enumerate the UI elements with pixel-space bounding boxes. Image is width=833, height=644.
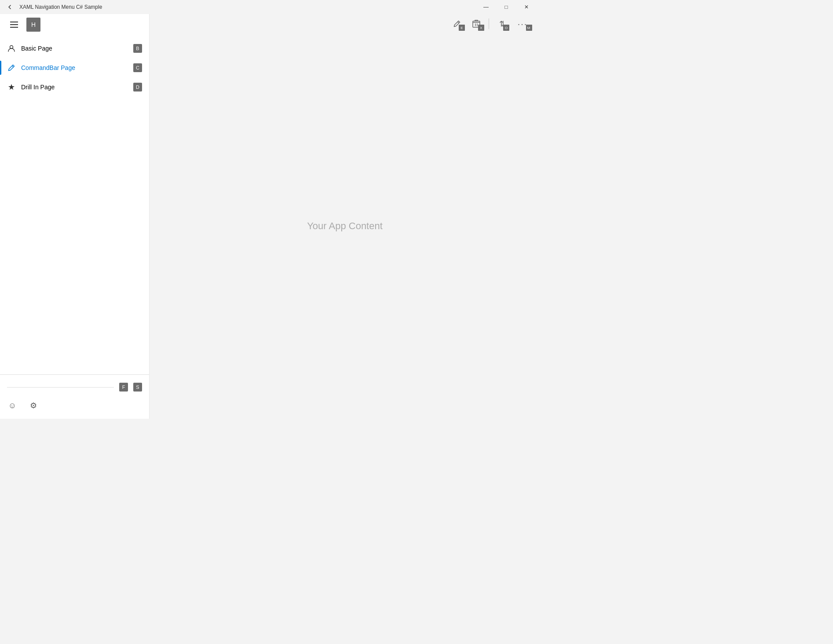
command-bar: E X O [150, 14, 540, 33]
close-button[interactable]: ✕ [516, 0, 537, 14]
edit-badge: E [459, 25, 465, 31]
commandbar-page-label: CommandBar Page [21, 64, 128, 71]
basic-page-badge: B [133, 44, 142, 53]
placeholder-text: Your App Content [307, 220, 383, 232]
sidebar-header: H [0, 14, 149, 35]
gear-icon[interactable]: ⚙ [28, 400, 39, 411]
delete-button[interactable]: X [468, 16, 485, 32]
sidebar-footer: F S ☺ ⚙ [0, 374, 149, 419]
back-button[interactable] [4, 1, 16, 13]
sidebar: H Basic Page B [0, 14, 150, 419]
drillin-page-label: Drill In Page [21, 84, 128, 91]
footer-icons-row: ☺ ⚙ [0, 396, 149, 415]
sort-button[interactable]: O [493, 16, 510, 32]
commandbar-page-badge: C [133, 63, 142, 72]
sort-badge: O [503, 25, 509, 31]
content-body: Your App Content [150, 33, 540, 419]
drillin-page-badge: D [133, 83, 142, 91]
sidebar-item-commandbar-page[interactable]: CommandBar Page C [0, 58, 149, 77]
hamburger-line-3 [10, 27, 18, 28]
app-body: H Basic Page B [0, 14, 540, 419]
content-area: E X O [150, 14, 540, 419]
cmd-separator [489, 18, 489, 29]
avatar: H [26, 18, 40, 32]
nav-items: Basic Page B CommandBar Page C [0, 35, 149, 374]
minimize-button[interactable]: — [476, 0, 496, 14]
footer-divider-line [7, 387, 114, 388]
more-button[interactable]: ··· M [512, 16, 533, 32]
sidebar-item-basic-page[interactable]: Basic Page B [0, 39, 149, 58]
sidebar-footer-badges-row: F S [0, 378, 149, 396]
sidebar-item-drillin-page[interactable]: Drill In Page D [0, 77, 149, 97]
hamburger-button[interactable] [7, 18, 21, 32]
footer-badge-f: F [119, 383, 128, 392]
edit-icon [7, 63, 16, 72]
edit-button[interactable]: E [448, 16, 466, 32]
hamburger-line-2 [10, 24, 18, 25]
maximize-button[interactable]: □ [496, 0, 516, 14]
window-title: XAML Navigation Menu C# Sample [19, 4, 476, 10]
more-badge: M [526, 25, 532, 31]
titlebar: XAML Navigation Menu C# Sample — □ ✕ [0, 0, 540, 14]
delete-badge: X [478, 25, 484, 31]
window-controls: — □ ✕ [476, 0, 537, 14]
person-icon [7, 44, 16, 53]
basic-page-label: Basic Page [21, 45, 128, 52]
footer-badge-s: S [133, 383, 142, 392]
star-icon [7, 83, 16, 91]
hamburger-line-1 [10, 22, 18, 22]
smiley-icon[interactable]: ☺ [7, 400, 18, 411]
